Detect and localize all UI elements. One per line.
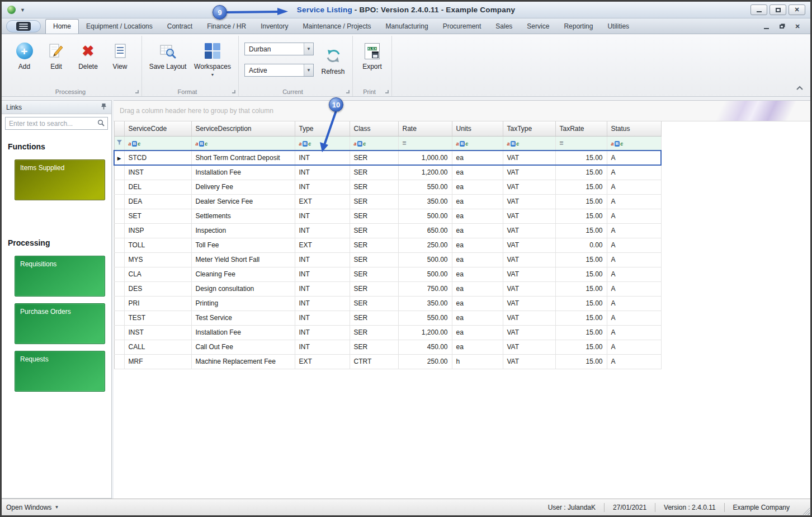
tab-service[interactable]: Service <box>520 20 556 34</box>
sidebar-button-items-supplied[interactable]: Items Supplied <box>15 159 105 200</box>
child-window-buttons: ✕ <box>762 23 806 34</box>
table-row[interactable]: DESDesign consultationINTSER750.00eaVAT1… <box>114 281 661 296</box>
table-row[interactable]: INSTInstallation FeeINTSER1,200.00eaVAT1… <box>114 165 661 180</box>
row-indicator <box>114 223 124 238</box>
group-by-band[interactable]: Drag a column header here to group by th… <box>114 101 810 121</box>
filter-cell-servicecode[interactable]: aBc <box>124 136 191 151</box>
table-row[interactable]: INSPInspectionINTSER650.00eaVAT15.00A <box>114 223 661 238</box>
chevron-down-icon[interactable]: ▼ <box>304 43 313 55</box>
cell-taxrate: 15.00 <box>555 325 607 340</box>
close-button[interactable]: ✕ <box>789 4 805 15</box>
refresh-button[interactable]: Refresh <box>317 38 349 76</box>
table-row[interactable]: CLACleaning FeeINTSER500.00eaVAT15.00A <box>114 267 661 281</box>
sidebar-button-purchase-orders[interactable]: Purchase Orders <box>15 303 105 344</box>
child-close-button[interactable]: ✕ <box>794 23 801 30</box>
state-select[interactable]: Active ▼ <box>244 64 314 77</box>
child-restore-button[interactable] <box>778 23 786 30</box>
maximize-button[interactable] <box>769 4 786 15</box>
column-header-servicecode[interactable]: ServiceCode <box>124 121 191 136</box>
workspaces-icon <box>205 43 220 59</box>
cell-type: INT <box>295 209 350 223</box>
links-sidebar: Links Functions Items Supplied Processin… <box>2 100 112 499</box>
table-row[interactable]: TESTTest ServiceINTSER550.00eaVAT15.00A <box>114 311 661 325</box>
ribbon: + Add Edit ✖ Delete View Processing <box>2 34 810 97</box>
column-header-type[interactable]: Type <box>295 121 350 136</box>
save-layout-button[interactable]: Save Layout <box>145 38 190 70</box>
table-row[interactable]: PRIPrintingINTSER350.00eaVAT15.00A <box>114 296 661 311</box>
statusbar-date: 27/01/2021 <box>605 504 655 511</box>
column-header-taxtype[interactable]: TaxType <box>503 121 555 136</box>
column-header-servicedescription[interactable]: ServiceDescription <box>191 121 295 136</box>
filter-cell-taxtype[interactable]: aBc <box>503 136 555 151</box>
table-row[interactable]: TOLLToll FeeEXTSER250.00eaVAT0.00A <box>114 238 661 252</box>
window-title-highlight: Service Listing <box>297 6 352 14</box>
filter-cell-rate[interactable]: = <box>398 136 452 151</box>
workspaces-button[interactable]: Workspaces ▼ <box>190 38 235 77</box>
tab-utilities[interactable]: Utilities <box>600 20 636 34</box>
chevron-down-icon[interactable]: ▼ <box>304 64 313 76</box>
tab-contract[interactable]: Contract <box>160 20 200 34</box>
search-icon[interactable] <box>97 119 105 129</box>
quick-access-caret-icon[interactable]: ▼ <box>20 7 25 13</box>
delete-button[interactable]: ✖ Delete <box>72 38 104 70</box>
resize-grip[interactable] <box>802 507 810 515</box>
table-row[interactable]: MYSMeter Yield Short FallINTSER500.00eaV… <box>114 252 661 267</box>
cell-units: ea <box>452 209 503 223</box>
sidebar-button-requisitions[interactable]: Requisitions <box>15 256 105 297</box>
dialog-launcher-icon[interactable] <box>346 90 350 93</box>
tab-reporting[interactable]: Reporting <box>556 20 600 34</box>
filter-cell-units[interactable]: aBc <box>452 136 503 151</box>
table-row[interactable]: ▶STCDShort Term Contract DepositINTSER1,… <box>114 151 661 165</box>
dialog-launcher-icon[interactable] <box>232 90 235 93</box>
edit-button[interactable]: Edit <box>40 38 72 70</box>
column-header-units[interactable]: Units <box>452 121 503 136</box>
tab-equipment-locations[interactable]: Equipment / Locations <box>79 20 160 34</box>
minimize-button[interactable] <box>750 4 767 15</box>
child-minimize-button[interactable] <box>762 23 770 30</box>
table-row[interactable]: DEADealer Service FeeEXTSER350.00eaVAT15… <box>114 194 661 209</box>
column-header-rate[interactable]: Rate <box>398 121 452 136</box>
table-row[interactable]: INSTInstallation FeeINTSER1,200.00eaVAT1… <box>114 325 661 340</box>
row-indicator <box>114 296 124 311</box>
tab-manufacturing[interactable]: Manufacturing <box>379 20 436 34</box>
table-row[interactable]: MRFMachine Replacement FeeEXTCTRT250.00h… <box>114 354 661 369</box>
branch-select[interactable]: Durban ▼ <box>244 43 314 55</box>
tab-inventory[interactable]: Inventory <box>253 20 295 34</box>
collapse-ribbon-button[interactable] <box>796 83 804 93</box>
filter-cell-servicedescription[interactable]: aBc <box>191 136 295 151</box>
table-row[interactable]: DELDelivery FeeINTSER550.00eaVAT15.00A <box>114 180 661 194</box>
filter-cell-status[interactable]: aBc <box>607 136 661 151</box>
dialog-launcher-icon[interactable] <box>385 90 389 93</box>
tab-procurement[interactable]: Procurement <box>436 20 489 34</box>
add-button[interactable]: + Add <box>8 38 40 70</box>
table-row[interactable]: SETSettlementsINTSER500.00eaVAT15.00A <box>114 209 661 223</box>
filter-cell-class[interactable]: aBc <box>350 136 398 151</box>
cell-taxrate: 15.00 <box>555 252 607 267</box>
grid-filter-row[interactable]: aBcaBcaBcaBc=aBcaBc=aBc <box>114 136 661 151</box>
view-button[interactable]: View <box>104 38 136 70</box>
tab-maintenance-projects[interactable]: Maintenance / Projects <box>296 20 379 34</box>
cell-class: SER <box>350 296 398 311</box>
filter-row-indicator[interactable] <box>114 136 124 151</box>
column-header-class[interactable]: Class <box>350 121 398 136</box>
filter-cell-type[interactable]: aBc <box>295 136 350 151</box>
dialog-launcher-icon[interactable] <box>135 90 139 93</box>
cell-units: ea <box>452 194 503 209</box>
grid-header-row: ServiceCodeServiceDescriptionTypeClassRa… <box>114 121 661 136</box>
filter-cell-taxrate[interactable]: = <box>555 136 607 151</box>
pin-icon[interactable] <box>101 103 107 111</box>
open-windows-button[interactable]: Open Windows ▼ <box>6 504 59 511</box>
app-logo[interactable] <box>6 20 41 32</box>
processing-buttons: RequisitionsPurchase OrdersRequests <box>2 256 111 398</box>
tab-sales[interactable]: Sales <box>488 20 520 34</box>
tab-finance-hr[interactable]: Finance / HR <box>200 20 253 34</box>
column-header-taxrate[interactable]: TaxRate <box>555 121 607 136</box>
table-row[interactable]: CALLCall Out FeeINTSER450.00eaVAT15.00A <box>114 340 661 354</box>
sidebar-button-requests[interactable]: Requests <box>15 351 105 392</box>
cell-status: A <box>607 165 661 180</box>
cell-type: INT <box>295 151 350 165</box>
export-button[interactable]: XLSX Export <box>356 38 388 70</box>
search-input[interactable] <box>6 120 97 128</box>
tab-home[interactable]: Home <box>45 19 79 34</box>
column-header-status[interactable]: Status <box>607 121 661 136</box>
